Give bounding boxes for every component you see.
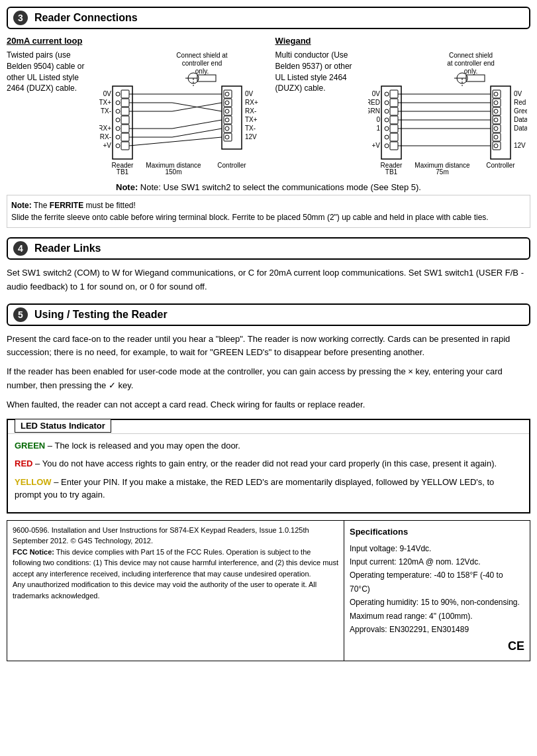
spec5: Maximum read range: 4" (100mm). — [350, 610, 524, 623]
svg-point-29 — [225, 135, 229, 139]
section5: 5 Using / Testing the Reader Present the… — [7, 303, 530, 513]
svg-text:12V: 12V — [514, 142, 526, 149]
svg-point-89 — [494, 135, 498, 139]
svg-point-6 — [116, 109, 120, 113]
svg-point-66 — [385, 109, 389, 113]
svg-text:TB1: TB1 — [117, 168, 129, 176]
section3: 3 Reader Connections 20mA current loop T… — [7, 7, 530, 228]
svg-rect-14 — [121, 116, 129, 124]
svg-text:TX-: TX- — [101, 107, 111, 115]
svg-rect-76 — [390, 133, 398, 141]
svg-text:only.: only. — [195, 68, 209, 75]
section3-num: 3 — [13, 11, 28, 25]
svg-text:Connect shield: Connect shield — [448, 52, 492, 59]
svg-rect-75 — [390, 125, 398, 133]
svg-text:0V: 0V — [371, 90, 380, 97]
svg-point-67 — [385, 118, 389, 122]
led-entries: GREEN – The lock is released and you may… — [8, 434, 529, 512]
svg-point-28 — [225, 127, 229, 131]
svg-point-10 — [116, 144, 120, 148]
svg-rect-16 — [121, 133, 129, 141]
spec3: Operating temperature: -40 to 158°F (-40… — [350, 568, 524, 596]
svg-point-8 — [116, 127, 120, 131]
svg-text:TB1: TB1 — [385, 168, 397, 176]
svg-text:RX-: RX- — [100, 133, 111, 140]
svg-point-5 — [116, 101, 120, 105]
svg-rect-61 — [466, 75, 485, 81]
svg-line-50 — [172, 129, 222, 137]
led-box-title: LED Status Indicator — [15, 419, 111, 433]
svg-point-90 — [494, 144, 498, 148]
svg-point-86 — [494, 109, 498, 113]
svg-rect-77 — [390, 142, 398, 150]
svg-text:only.: only. — [464, 68, 477, 75]
loop-content: Twisted pairs (use Belden 9504) cable or… — [7, 50, 262, 176]
svg-text:1: 1 — [376, 125, 380, 132]
wiegand-content: Multi conductor (Use Belden 9537) or oth… — [275, 50, 531, 176]
section4: 4 Reader Links Set SW1 switch2 (COM) to … — [7, 237, 530, 294]
spec4: Operating humidity: 15 to 90%, non-conde… — [350, 596, 524, 609]
svg-text:Controller: Controller — [486, 162, 515, 169]
section5-header: 5 Using / Testing the Reader — [7, 303, 530, 326]
svg-point-4 — [116, 92, 120, 96]
led-red-text: – You do not have access rights to gain … — [32, 459, 497, 468]
svg-point-7 — [116, 118, 120, 122]
led-red-entry: RED – You do not have access rights to g… — [15, 457, 522, 470]
loop-shield-connector — [197, 75, 216, 81]
svg-rect-11 — [121, 90, 129, 98]
loop-shield-text: Connect shield at — [176, 52, 227, 59]
led-box-header: LED Status Indicator — [8, 420, 529, 434]
note-ferrite: Note: The FERRITE must be fitted! Slide … — [7, 195, 530, 228]
diagrams-row: 20mA current loop Twisted pairs (use Bel… — [7, 36, 530, 176]
section4-title: Reader Links — [34, 243, 101, 254]
led-yellow-text: – Enter your PIN. If you make a mistake,… — [15, 477, 494, 500]
loop-title: 20mA current loop — [7, 36, 262, 46]
section5-para3: When faulted, the reader can not accept … — [7, 398, 530, 412]
svg-line-51 — [129, 137, 222, 146]
svg-text:150m: 150m — [165, 168, 181, 176]
led-green-label: GREEN — [15, 441, 45, 451]
svg-point-68 — [385, 127, 389, 131]
section3-title: Reader Connections — [34, 12, 138, 24]
svg-point-69 — [385, 135, 389, 139]
svg-text:TX+: TX+ — [99, 99, 111, 106]
loop-diagram: 20mA current loop Twisted pairs (use Bel… — [7, 36, 262, 176]
svg-point-84 — [494, 92, 498, 96]
section3-header: 3 Reader Connections — [7, 7, 530, 29]
svg-text:0V: 0V — [103, 90, 112, 97]
svg-line-49 — [172, 120, 222, 129]
svg-text:Green: Green — [514, 107, 527, 115]
footer-product-info: 9600-0596. Installation and User Instruc… — [13, 525, 338, 547]
section4-num: 4 — [13, 241, 28, 256]
svg-rect-71 — [390, 90, 398, 98]
svg-point-65 — [385, 101, 389, 105]
svg-text:RX+: RX+ — [245, 99, 258, 106]
svg-text:75m: 75m — [436, 168, 448, 176]
svg-text:12V: 12V — [245, 133, 257, 140]
svg-text:Data 1: Data 1 — [514, 125, 527, 132]
svg-text:0V: 0V — [245, 90, 254, 97]
svg-text:RX+: RX+ — [99, 125, 111, 132]
svg-point-70 — [385, 144, 389, 148]
svg-text:Data 0: Data 0 — [514, 116, 527, 123]
spec1: Input voltage: 9-14Vdc. — [350, 542, 524, 555]
svg-rect-74 — [390, 116, 398, 124]
wiegand-title: Wiegand — [275, 36, 531, 46]
led-yellow-entry: YELLOW – Enter your PIN. If you make a m… — [15, 476, 522, 502]
footer: 9600-0596. Installation and User Instruc… — [7, 520, 530, 661]
note1: Note: Note: Use SW1 switch2 to select th… — [7, 182, 530, 192]
svg-point-9 — [116, 135, 120, 139]
footer-specs-title: Specifications — [350, 525, 524, 539]
svg-rect-17 — [121, 142, 129, 150]
svg-point-27 — [225, 118, 229, 122]
svg-point-88 — [494, 127, 498, 131]
section5-title: Using / Testing the Reader — [34, 309, 168, 321]
section5-para1: Present the card face-on to the reader u… — [7, 333, 530, 360]
svg-text:TX+: TX+ — [245, 116, 258, 123]
svg-point-24 — [225, 92, 229, 96]
footer-right: Specifications Input voltage: 9-14Vdc. I… — [344, 521, 530, 661]
loop-desc: Twisted pairs (use Belden 9504) cable or… — [7, 50, 93, 94]
svg-text:GRN: GRN — [368, 107, 380, 115]
led-green-text: – The lock is released and you may open … — [45, 441, 240, 451]
svg-point-85 — [494, 101, 498, 105]
